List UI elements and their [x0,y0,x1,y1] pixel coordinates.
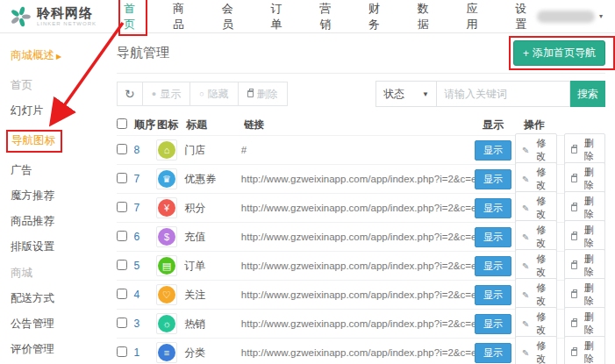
chevron-down-icon: ▾ [599,12,603,20]
row-checkbox[interactable] [117,231,127,241]
show-button[interactable]: 显示 [475,140,511,161]
pencil-icon: ✎ [522,348,529,358]
row-order: 5 [134,260,156,272]
top-nav-item[interactable]: 设置 [511,0,537,34]
page-title: 导航管理 [117,45,169,61]
toolbar: ↻ ● 显示 ○ 隐藏 删除 状态 ▼ [117,81,605,107]
sidebar-item-label: 魔方推荐 [11,189,54,202]
row-icon-frame: ♡ [156,284,177,305]
plus-icon: + [523,47,529,60]
chevron-right-icon: ▶ [56,53,61,61]
table-header: 顺序 图标 标题 链接 显示 操作 [117,114,605,135]
table-row: 5 ▤ 订单 http://www.gzweixinapp.com/app/in… [117,251,605,280]
trash-icon [571,349,577,356]
row-link: http://www.gzweixinapp.com/app/index.php… [241,318,475,329]
sidebar-item-label: 排版设置 [11,240,54,253]
sidebar-item[interactable]: 首页 [11,79,34,93]
search-button[interactable]: 搜索 [570,81,605,107]
table-row: 7 ♛ 优惠券 http://www.gzweixinapp.com/app/i… [117,164,605,193]
row-checkbox[interactable] [117,173,127,183]
bulk-show-button[interactable]: ● 显示 [142,82,190,106]
show-button[interactable]: 显示 [475,285,511,305]
row-icon: $ [158,228,175,246]
bulk-hide-button[interactable]: ○ 隐藏 [190,82,238,106]
row-title: 积分 [184,201,241,216]
sidebar-item[interactable]: 魔方推荐 [11,189,56,203]
top-nav-item[interactable]: 首页 [120,0,146,34]
delete-button[interactable]: 删除 [564,336,605,364]
user-menu[interactable]: ▾ [537,11,603,23]
top-nav-item[interactable]: 财务 [365,0,390,34]
row-title: 关注 [184,288,241,303]
nav-table: 顺序 图标 标题 链接 显示 操作 8 ⌂ [117,114,605,364]
top-nav-item[interactable]: 会员 [218,0,244,34]
user-avatar-blurred [537,11,595,23]
bulk-actions-group: ↻ ● 显示 ○ 隐藏 删除 [117,82,287,106]
show-button[interactable]: 显示 [475,198,511,218]
add-home-nav-button[interactable]: + 添加首页导航 [513,40,605,66]
top-nav-item[interactable]: 应用 [462,0,488,34]
top-nav-item[interactable]: 订单 [268,0,293,34]
top-nav-item[interactable]: 商品 [169,0,195,34]
row-checkbox[interactable] [117,318,127,328]
edit-button[interactable]: ✎ 修改 [515,336,557,364]
row-title: 优惠券 [184,172,241,187]
sidebar-item[interactable]: 评价管理 [11,343,56,357]
row-order: 7 [134,202,156,214]
row-title: 门店 [184,143,241,158]
pencil-icon: ✎ [522,146,529,155]
trash-icon [571,204,577,211]
row-icon: ☼ [158,315,175,332]
row-link: http://www.gzweixinapp.com/app/index.php… [241,203,475,213]
row-order: 8 [134,144,156,156]
row-icon: ¥ [158,199,175,217]
pencil-icon: ✎ [522,203,529,213]
row-title: 充值 [184,230,241,245]
row-link: http://www.gzweixinapp.com/app/index.php… [241,174,475,184]
row-link: http://www.gzweixinapp.com/app/index.php… [241,347,475,358]
sidebar-item[interactable]: 幻灯片 [11,104,46,118]
trash-icon [571,320,577,327]
sidebar-item[interactable]: 公告管理 [11,318,56,332]
top-nav-item[interactable]: 数据 [414,0,440,34]
sidebar-item[interactable]: 广告 [11,164,34,178]
bulk-delete-button[interactable]: 删除 [238,82,288,106]
show-button[interactable]: 显示 [475,343,511,363]
sidebar-item[interactable]: 导航图标 [6,130,62,153]
sidebar-item[interactable]: 商城概述▶ [11,49,61,63]
trash-icon [571,233,577,240]
row-order: 7 [134,173,156,185]
divider [117,73,605,74]
row-checkbox[interactable] [117,202,127,212]
keyword-search-input[interactable] [437,81,570,107]
pencil-icon: ✎ [522,175,529,184]
sidebar-item[interactable]: 排版设置 [11,240,56,254]
top-nav-item[interactable]: 营销 [316,0,341,34]
pencil-icon: ✎ [522,261,529,271]
row-order: 1 [134,346,156,359]
trash-icon [571,175,577,182]
status-select[interactable]: 状态 ▼ [375,81,437,107]
show-button[interactable]: 显示 [475,227,511,247]
select-all-checkbox[interactable] [117,118,127,129]
sidebar-item[interactable]: 配送方式 [11,292,56,306]
row-checkbox[interactable] [117,260,127,270]
filled-dot-icon: ● [152,89,156,98]
row-checkbox[interactable] [117,144,127,154]
sidebar-item-label: 首页 [11,79,32,91]
header-order: 顺序 [134,118,157,132]
header-link: 链接 [244,118,483,132]
row-checkbox[interactable] [117,289,127,299]
table-row: 8 ⌂ 门店 # 显示 [117,135,605,164]
show-button[interactable]: 显示 [475,169,511,189]
sidebar: 商城概述▶ 首页 幻灯片 导航图标 广告 魔方推荐 商品推荐 [0,33,104,364]
show-button[interactable]: 显示 [475,314,511,334]
sidebar-item[interactable]: 商城 [11,267,34,281]
show-button[interactable]: 显示 [475,256,511,276]
refresh-button[interactable]: ↻ [117,82,143,106]
row-icon-frame: ≡ [156,342,177,363]
sidebar-item[interactable]: 商品推荐 [11,215,56,229]
sidebar-item-label: 配送方式 [11,292,54,304]
row-checkbox[interactable] [117,346,127,357]
row-title: 分类 [184,346,241,360]
